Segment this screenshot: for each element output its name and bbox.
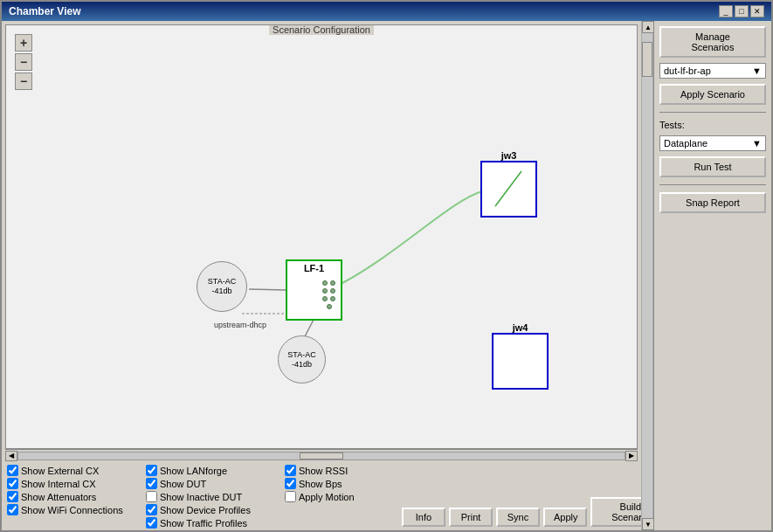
scenario-dropdown[interactable]: dut-lf-br-ap ▼ bbox=[659, 63, 766, 79]
v-scroll-track[interactable] bbox=[642, 33, 652, 518]
sta-ac-bot-label: STA-AC-41db bbox=[287, 350, 315, 370]
jw3-label: jw3 bbox=[501, 150, 517, 161]
show-inactive-dut-checkbox[interactable] bbox=[146, 491, 157, 502]
apply-motion-label: Apply Motion bbox=[299, 492, 355, 502]
apply-motion-checkbox[interactable] bbox=[285, 491, 296, 502]
show-wifi-label: Show WiFi Connections bbox=[21, 505, 123, 515]
show-inactive-dut-item[interactable]: Show Inactive DUT bbox=[146, 491, 281, 502]
checkbox-col-1: Show External CX Show Internal CX Show A… bbox=[7, 465, 142, 529]
restore-button[interactable]: □ bbox=[735, 5, 749, 17]
show-device-profiles-item[interactable]: Show Device Profiles bbox=[146, 504, 281, 515]
show-rssi-item[interactable]: Show RSSI bbox=[285, 465, 398, 476]
canvas-area: Scenario Configuration + − − bbox=[2, 21, 641, 530]
title-bar-controls: _ □ ✕ bbox=[719, 5, 764, 17]
show-bps-checkbox[interactable] bbox=[285, 478, 296, 489]
zoom-fit-button[interactable]: − bbox=[15, 73, 32, 90]
h-scroll-track[interactable] bbox=[17, 452, 625, 460]
show-dut-checkbox[interactable] bbox=[146, 478, 157, 489]
show-wifi-item[interactable]: Show WiFi Connections bbox=[7, 504, 142, 515]
h-scrollbar[interactable]: ◀ ▶ bbox=[5, 449, 638, 461]
zoom-in-button[interactable]: + bbox=[15, 34, 32, 52]
show-internal-cx-label: Show Internal CX bbox=[21, 479, 96, 489]
sync-button[interactable]: Sync bbox=[496, 508, 540, 527]
close-button[interactable]: ✕ bbox=[750, 5, 764, 17]
h-scroll-thumb[interactable] bbox=[300, 453, 343, 459]
tests-label: Tests: bbox=[659, 120, 766, 130]
test-dropdown-value: Dataplane bbox=[664, 138, 752, 149]
show-device-profiles-label: Show Device Profiles bbox=[160, 505, 251, 515]
v-scroll-thumb[interactable] bbox=[642, 42, 652, 77]
test-dropdown-arrow-icon[interactable]: ▼ bbox=[752, 138, 762, 149]
checkbox-area: Show External CX Show Internal CX Show A… bbox=[2, 461, 641, 530]
show-dut-label: Show DUT bbox=[160, 479, 206, 489]
jw4-node[interactable]: jw4 bbox=[492, 333, 549, 390]
v-scrollbar[interactable]: ▲ ▼ bbox=[641, 21, 653, 530]
show-traffic-profiles-label: Show Traffic Profiles bbox=[160, 518, 247, 529]
main-content: Scenario Configuration + − − bbox=[2, 21, 771, 530]
action-buttons: Info Print Sync Apply Build Scenario bbox=[402, 465, 641, 529]
show-lanforge-item[interactable]: Show LANforge bbox=[146, 465, 281, 476]
show-lanforge-label: Show LANforge bbox=[160, 466, 227, 476]
show-dut-item[interactable]: Show DUT bbox=[146, 478, 281, 489]
v-scroll-up[interactable]: ▲ bbox=[642, 21, 654, 33]
show-external-cx-checkbox[interactable] bbox=[7, 465, 18, 476]
sta-ac-top-node[interactable]: STA-AC-41db bbox=[197, 261, 247, 312]
apply-scenario-button[interactable]: Apply Scenario bbox=[659, 84, 766, 105]
right-panel: Manage Scenarios dut-lf-br-ap ▼ Apply Sc… bbox=[653, 21, 771, 530]
v-scroll-down[interactable]: ▼ bbox=[642, 518, 654, 530]
jw4-label: jw4 bbox=[513, 322, 528, 333]
checkbox-col-2: Show LANforge Show DUT Show Inactive DUT bbox=[146, 465, 281, 529]
lf1-node[interactable]: LF-1 bbox=[286, 259, 342, 321]
minimize-button[interactable]: _ bbox=[719, 5, 733, 17]
show-rssi-label: Show RSSI bbox=[299, 466, 348, 476]
zoom-out-button[interactable]: − bbox=[15, 53, 32, 71]
show-attenuators-label: Show Attenuators bbox=[21, 492, 96, 502]
show-lanforge-checkbox[interactable] bbox=[146, 465, 157, 476]
print-button[interactable]: Print bbox=[449, 508, 493, 527]
upstream-dhcp-label: upstream-dhcp bbox=[214, 321, 266, 329]
show-external-cx-item[interactable]: Show External CX bbox=[7, 465, 142, 476]
show-attenuators-item[interactable]: Show Attenuators bbox=[7, 491, 142, 502]
scenario-frame: Scenario Configuration + − − bbox=[5, 24, 638, 449]
apply-button[interactable]: Apply bbox=[543, 508, 587, 527]
show-external-cx-label: Show External CX bbox=[21, 466, 99, 476]
show-bps-item[interactable]: Show Bps bbox=[285, 478, 398, 489]
checkbox-col-3: Show RSSI Show Bps Apply Motion bbox=[285, 465, 398, 529]
dropdown-arrow-icon[interactable]: ▼ bbox=[752, 66, 762, 76]
lf1-label: LF-1 bbox=[304, 263, 324, 273]
show-rssi-checkbox[interactable] bbox=[285, 465, 296, 476]
show-internal-cx-checkbox[interactable] bbox=[7, 478, 18, 489]
manage-scenarios-button[interactable]: Manage Scenarios bbox=[659, 26, 766, 58]
zoom-controls: + − − bbox=[15, 34, 32, 90]
show-traffic-profiles-checkbox[interactable] bbox=[146, 517, 157, 529]
show-device-profiles-checkbox[interactable] bbox=[146, 504, 157, 515]
title-bar: Chamber View _ □ ✕ bbox=[2, 2, 771, 21]
show-internal-cx-item[interactable]: Show Internal CX bbox=[7, 478, 142, 489]
bottom-controls: Show External CX Show Internal CX Show A… bbox=[2, 461, 641, 530]
show-bps-label: Show Bps bbox=[299, 479, 342, 489]
run-test-button[interactable]: Run Test bbox=[659, 156, 766, 177]
h-scroll-left[interactable]: ◀ bbox=[5, 451, 17, 461]
main-window: Chamber View _ □ ✕ Scenario Configuratio… bbox=[0, 0, 773, 532]
h-scroll-right[interactable]: ▶ bbox=[625, 451, 638, 461]
divider-2 bbox=[659, 184, 766, 185]
build-scenario-button[interactable]: Build Scenario bbox=[590, 497, 641, 527]
sta-ac-top-label: STA-AC-41db bbox=[208, 277, 236, 296]
scenario-dropdown-value: dut-lf-br-ap bbox=[664, 66, 752, 76]
show-attenuators-checkbox[interactable] bbox=[7, 491, 18, 502]
svg-line-3 bbox=[495, 171, 521, 206]
test-dropdown[interactable]: Dataplane ▼ bbox=[659, 135, 766, 151]
show-wifi-checkbox[interactable] bbox=[7, 504, 18, 515]
divider-1 bbox=[659, 112, 766, 113]
jw3-node[interactable]: jw3 bbox=[480, 161, 537, 218]
show-traffic-profiles-item[interactable]: Show Traffic Profiles bbox=[146, 517, 281, 529]
lf1-ports bbox=[322, 280, 335, 309]
apply-motion-item[interactable]: Apply Motion bbox=[285, 491, 398, 502]
scenario-config-label: Scenario Configuration bbox=[269, 24, 374, 35]
svg-line-0 bbox=[249, 289, 286, 290]
window-title: Chamber View bbox=[9, 5, 80, 17]
show-inactive-dut-label: Show Inactive DUT bbox=[160, 492, 242, 502]
info-button[interactable]: Info bbox=[402, 508, 445, 527]
snap-report-button[interactable]: Snap Report bbox=[659, 192, 766, 213]
sta-ac-bot-node[interactable]: STA-AC-41db bbox=[278, 335, 326, 383]
